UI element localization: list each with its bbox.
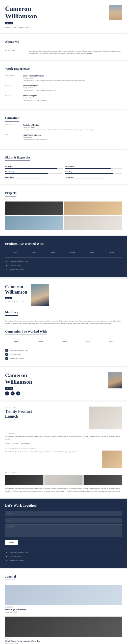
skill-bar-1	[65, 168, 111, 169]
hero-section: Cameron Williamson Hire Me About Me Work…	[0, 0, 127, 33]
overview-text: Lorem ipsum dolor sit amet consectetur a…	[5, 435, 122, 440]
companies-heading: Companies I've Worked With	[5, 330, 47, 335]
logo-1: Figma	[32, 252, 35, 253]
hero-nav: About Me Work Projects Contact	[5, 27, 37, 28]
contribution-img-inner	[102, 451, 122, 468]
nav-work[interactable]: Work	[13, 27, 17, 28]
profile-nav-3[interactable]: Projects	[17, 301, 21, 302]
profile-card-tag: Hire Me	[5, 387, 13, 390]
skill-bar-5	[65, 179, 105, 179]
lets-work-section: Let's Work Together! Submit ✉ hello@mill…	[0, 499, 127, 568]
work-company-1: Company Name	[23, 77, 122, 79]
skill-name-0: UI Design	[5, 166, 63, 168]
journal-card-0: Lifestyle Working From Home April 12, 20…	[5, 585, 122, 614]
profile-card-photo	[108, 372, 122, 388]
work-social-row: @ @camerawilliamson	[5, 559, 122, 562]
nav-contact[interactable]: Contact	[26, 27, 30, 28]
contact-name-input[interactable]	[5, 511, 122, 516]
work-experience-section: Work Experience 2019 - Present Senior Pr…	[0, 61, 127, 109]
contribution-label: My Approach & Contributions	[5, 448, 122, 449]
hire-tag[interactable]: Hire Me	[5, 22, 13, 24]
skill-item-2: Prototyping	[5, 171, 63, 174]
profile-phone-icon: ☎	[5, 353, 8, 356]
about-body: Lorem ipsum dolor sit amet consectetur a…	[29, 50, 122, 55]
trinity-section: Case Study Trinity Product Launch Overvi…	[0, 401, 127, 498]
company-1: Canon	[38, 340, 43, 342]
footer-phone: (282) 582-4566	[10, 265, 21, 267]
work-item-2: 2017 - 2019 Product Designer Company Nam…	[5, 85, 122, 91]
journal-img-0	[5, 585, 122, 605]
journal-title-1[interactable]: Top 5 Stays for Architects Work Too	[5, 640, 122, 642]
contact-submit-button[interactable]: Submit	[5, 540, 18, 545]
journal-tag-0: Lifestyle	[5, 606, 122, 608]
journal-card-1: Business Top 5 Stays for Architects Work…	[5, 617, 122, 644]
contribution-img	[102, 451, 122, 468]
footer-phone-row: ☎ (282) 582-4566	[5, 264, 122, 267]
project-img-3[interactable]	[64, 216, 122, 230]
projects-grid	[5, 202, 122, 230]
contact-email-input[interactable]	[5, 518, 122, 523]
profile-nav-2[interactable]: Work	[12, 301, 15, 302]
journal-section: Journal Lifestyle Working From Home Apri…	[0, 569, 127, 644]
hero-name: Cameron Williamson	[5, 5, 37, 20]
company-2: Kodak	[62, 340, 67, 342]
profile-card-section: Cameron Williamson Hire Me f t in	[0, 367, 127, 400]
trinity-meta-1: Client: —	[5, 442, 11, 444]
about-sublabel: About Me	[5, 50, 25, 51]
skills-heading: Skills & Expertise	[5, 155, 30, 161]
work-company-3: Company Name	[23, 97, 122, 99]
skill-bar-0	[5, 168, 57, 169]
journal-tag-1: Business	[5, 638, 122, 639]
social-tw-icon[interactable]: t	[11, 391, 15, 395]
contact-message-input[interactable]	[5, 525, 122, 537]
social-fb-icon[interactable]: f	[5, 391, 9, 395]
edu-school-1: University Name	[23, 126, 122, 128]
profile-nav-1[interactable]: About Me	[5, 301, 10, 302]
edu-item-1: 2011 - 2015 Bachelor of Design Universit…	[5, 124, 122, 131]
results-images	[5, 475, 122, 485]
profile-name: Cameron Williamson	[5, 284, 27, 295]
social-in-icon[interactable]: in	[16, 391, 20, 395]
work-item-1: 2019 - Present Senior Product Designer C…	[5, 75, 122, 82]
profile-tag: Hire Me	[5, 297, 12, 299]
nav-projects[interactable]: Projects	[19, 27, 23, 28]
journal-title-0[interactable]: Working From Home	[5, 608, 122, 611]
trinity-meta-2: Year: 2021	[13, 442, 19, 444]
footer-email-row: ✉ hello@millbuseiness.com	[5, 260, 122, 263]
skill-item-4: Illustration	[5, 176, 63, 179]
products-section: Products I've Worked With Adobe Figma Sk…	[0, 236, 127, 277]
project-img-0[interactable]	[5, 202, 63, 215]
logo-5: Principle	[109, 252, 115, 253]
journal-img-1	[5, 617, 122, 637]
skill-item-3: Branding	[65, 171, 122, 174]
project-img-1[interactable]	[64, 202, 122, 215]
project-img-2[interactable]	[5, 216, 63, 230]
logo-3: InVision	[70, 252, 75, 253]
work-desc-2: Lorem ipsum dolor sit amet consectetur a…	[23, 89, 122, 91]
profile-card-photo-inner	[108, 372, 122, 388]
profile-hero-section: Cameron Williamson Hire Me About Me Work…	[0, 279, 127, 366]
profile-email: hello@millbuseiness.com	[10, 349, 28, 351]
my-story-heading: My Story	[5, 310, 18, 316]
profile-nav-4[interactable]: Contact	[23, 301, 27, 302]
my-story-text: Lorem ipsum dolor sit amet consectetur a…	[5, 320, 122, 325]
edu-desc-1: Lorem ipsum dolor sit amet consectetur a…	[23, 129, 122, 131]
nav-about[interactable]: About Me	[5, 27, 11, 28]
result-img-1	[44, 475, 83, 485]
lets-work-heading: Let's Work Together!	[5, 504, 122, 508]
work-email-row: ✉ hello@millbuseiness.com	[5, 551, 122, 554]
skill-name-2: Prototyping	[5, 171, 63, 173]
work-item-3: 2015 - 2017 Junior Designer Company Name…	[5, 95, 122, 101]
work-social-icon: @	[5, 559, 8, 562]
skill-item-1: UX Research	[65, 166, 122, 169]
footer-social-row: @ @camerawilliamson	[5, 268, 122, 271]
journal-date-1: March 20, 2021	[5, 643, 122, 644]
edu-desc-2: Lorem ipsum dolor sit amet consectetur.	[23, 139, 122, 141]
avatar-image	[109, 5, 122, 20]
work-email-icon: ✉	[5, 551, 8, 554]
trinity-title: Trinity Product Launch	[5, 409, 85, 419]
edu-date-2: 2008 - 2011	[5, 134, 20, 141]
footer-email: hello@millbuseiness.com	[10, 261, 28, 263]
edu-item-2: 2008 - 2011 High School Diploma School N…	[5, 134, 122, 141]
hero-avatar	[109, 5, 122, 20]
